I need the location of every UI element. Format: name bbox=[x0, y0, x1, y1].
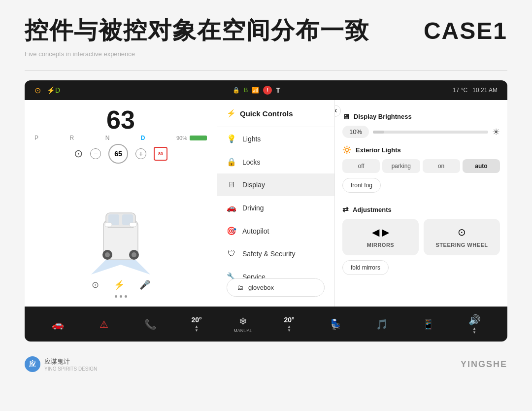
status-center: 🔒 B 📶 ! T bbox=[233, 86, 280, 95]
footer: 应 应谋鬼计 YING SPIRITS DESIGN YINGSHE bbox=[0, 351, 532, 377]
taskbar-mobile[interactable]: 📱 bbox=[416, 318, 440, 330]
pagination-dots bbox=[30, 295, 212, 302]
brightness-slider[interactable] bbox=[373, 131, 488, 134]
steering-icons: ⊙ bbox=[458, 226, 466, 238]
adjustments-icon: ⇄ bbox=[342, 205, 349, 214]
brightness-section-label: Display Brightness bbox=[354, 113, 412, 120]
svg-rect-7 bbox=[130, 223, 136, 227]
clock: 10:21 AM bbox=[472, 87, 498, 94]
svg-point-11 bbox=[132, 252, 136, 257]
qc-lights[interactable]: 💡 Lights bbox=[217, 127, 334, 150]
status-left: ⊙ ⚡D bbox=[34, 86, 60, 95]
brightness-control: 10% ☀ bbox=[342, 126, 500, 138]
brand-name: 应谋鬼计 bbox=[44, 357, 97, 366]
brightness-sun-icon: ☀ bbox=[492, 127, 500, 137]
battery-percent: 90% bbox=[176, 135, 187, 141]
display-icon: 🖥 bbox=[227, 180, 236, 189]
taskbar-music[interactable]: 🎵 bbox=[369, 318, 394, 330]
qc-autopilot[interactable]: 🎯 Autopilot bbox=[217, 219, 334, 242]
taskbar: 🚗 ⚠ 📞 20° ▲ ▼ ❄ MANUAL 20° bbox=[25, 307, 507, 342]
taskbar-car[interactable]: 🚗 bbox=[45, 318, 70, 330]
taskbar-volume[interactable]: 🔊 ▲ ▼ bbox=[462, 314, 487, 335]
locks-icon: 🔒 bbox=[227, 157, 236, 167]
svg-point-10 bbox=[105, 252, 110, 257]
taskbar-temp-arrows-right: ▲ ▼ bbox=[287, 325, 291, 333]
main-content: 63 P R N D 90% ⊙ − 65 + 80 bbox=[25, 100, 507, 307]
taskbar-volume-arrows: ▲ ▼ bbox=[472, 327, 476, 335]
fold-mirrors-button[interactable]: fold mirrors bbox=[342, 260, 389, 275]
taskbar-seat[interactable]: 💺 bbox=[323, 318, 348, 330]
mic-icon[interactable]: 🎤 bbox=[139, 279, 150, 290]
taskbar-temp-right-value: 20° bbox=[284, 316, 294, 324]
title-row: 控件与被控对象在空间分布一致 CASE1 bbox=[25, 15, 507, 46]
speed-set-display: 65 bbox=[108, 144, 128, 164]
light-auto-button[interactable]: auto bbox=[463, 159, 500, 173]
driving-label: Driving bbox=[242, 204, 264, 212]
gear-d[interactable]: D bbox=[141, 135, 145, 141]
adjustments-grid: ◀ ▶ MIRRORS ⊙ STEERING WHEEL bbox=[342, 219, 500, 255]
taskbar-volume-icon: 🔊 bbox=[468, 314, 481, 326]
car-svg bbox=[76, 166, 165, 274]
camera-icon[interactable]: ⊙ bbox=[92, 279, 99, 290]
front-fog-button[interactable]: front fog bbox=[342, 178, 381, 193]
gear-r[interactable]: R bbox=[70, 135, 74, 141]
divider bbox=[25, 70, 507, 70]
speed-increase-button[interactable]: + bbox=[135, 148, 146, 159]
locks-label: Locks bbox=[242, 158, 261, 166]
light-parking-button[interactable]: parking bbox=[382, 159, 420, 173]
header: 控件与被控对象在空间分布一致 CASE1 Five concepts in in… bbox=[0, 0, 532, 70]
taskbar-safety[interactable]: ⚠ bbox=[92, 318, 116, 330]
panel-close-button[interactable]: ✕ bbox=[335, 105, 341, 117]
footer-right: YINGSHE bbox=[461, 359, 507, 370]
taskbar-car-icon: 🚗 bbox=[52, 318, 64, 330]
demo-container: ⊙ ⚡D 🔒 B 📶 ! T 17 °C 10:21 AM 63 P bbox=[25, 80, 507, 342]
steering-card[interactable]: ⊙ STEERING WHEEL bbox=[424, 219, 500, 255]
driving-icon: 🚗 bbox=[227, 203, 236, 212]
light-on-button[interactable]: on bbox=[423, 159, 460, 173]
status-right: 17 °C 10:21 AM bbox=[453, 87, 498, 94]
quick-controls-label: Quick Controls bbox=[240, 109, 293, 118]
brand-info: 应谋鬼计 YING SPIRITS DESIGN bbox=[44, 357, 97, 372]
qc-locks[interactable]: 🔒 Locks bbox=[217, 150, 334, 173]
qc-driving[interactable]: 🚗 Driving bbox=[217, 196, 334, 219]
glovebox-label: glovebox bbox=[248, 284, 274, 291]
dot-3 bbox=[125, 295, 127, 298]
brand-icon-text: 应 bbox=[29, 360, 36, 369]
battery-bar: 90% bbox=[176, 135, 207, 141]
speed-limit-box: 80 bbox=[154, 147, 167, 161]
light-toggle-group: off parking on auto bbox=[342, 159, 500, 173]
quick-controls-panel: ⚡ Quick Controls 💡 Lights 🔒 Locks 🖥 Disp… bbox=[217, 100, 335, 307]
brightness-value: 10% bbox=[342, 126, 369, 138]
dot-2 bbox=[120, 295, 122, 298]
taskbar-temp-left[interactable]: 20° ▲ ▼ bbox=[184, 316, 209, 333]
lights-icon: 💡 bbox=[227, 134, 236, 143]
exterior-lights-header: 🔆 Exterior Lights bbox=[342, 145, 500, 154]
adjustments-header: ⇄ Adjustments bbox=[342, 205, 500, 214]
gear-n[interactable]: N bbox=[105, 135, 110, 141]
mirror-right-icon: ▶ bbox=[382, 226, 389, 238]
glovebox-button[interactable]: 🗂 glovebox bbox=[227, 278, 325, 297]
svg-rect-6 bbox=[105, 223, 112, 227]
lock-icon: 🔒 bbox=[233, 87, 240, 94]
safety-label: Safety & Security bbox=[242, 250, 295, 258]
speed-decrease-button[interactable]: − bbox=[90, 148, 101, 159]
taskbar-fan[interactable]: ❄ MANUAL bbox=[231, 315, 255, 333]
tire-icon: ⊙ bbox=[34, 86, 41, 95]
taskbar-manual-label: MANUAL bbox=[233, 328, 252, 333]
taskbar-temp-right[interactable]: 20° ▲ ▼ bbox=[277, 316, 301, 333]
lightning-icon[interactable]: ⚡ bbox=[114, 279, 125, 290]
qc-safety[interactable]: 🛡 Safety & Security bbox=[217, 242, 334, 265]
taskbar-temp-left-value: 20° bbox=[191, 316, 201, 324]
mirrors-icons: ◀ ▶ bbox=[372, 226, 389, 238]
light-off-button[interactable]: off bbox=[342, 159, 380, 173]
qc-display[interactable]: 🖥 Display bbox=[217, 173, 334, 196]
dot-1 bbox=[115, 295, 117, 298]
exterior-lights-label: Exterior Lights bbox=[356, 146, 401, 154]
taskbar-phone[interactable]: 📞 bbox=[138, 318, 163, 330]
steering-label: STEERING WHEEL bbox=[435, 242, 488, 248]
gear-p[interactable]: P bbox=[34, 135, 38, 141]
car-image-area bbox=[30, 166, 212, 274]
brightness-section-header: 🖥 Display Brightness bbox=[342, 112, 500, 121]
mirrors-card[interactable]: ◀ ▶ MIRRORS bbox=[342, 219, 419, 255]
subtitle: Five concepts in interactive experience bbox=[25, 50, 507, 58]
